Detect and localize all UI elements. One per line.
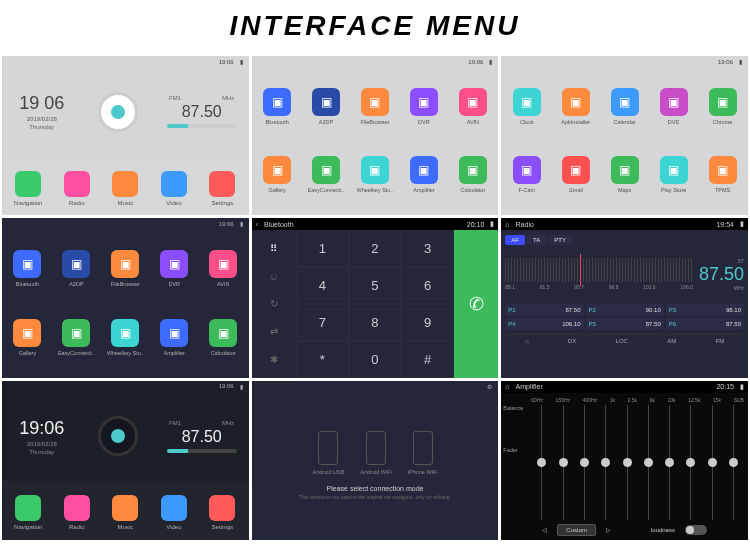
app-item[interactable]: ▣Gmail [552, 142, 599, 209]
eq-slider-knob[interactable] [665, 458, 674, 467]
dialpad-icon[interactable]: ⠿ [265, 239, 283, 257]
loudness-toggle[interactable] [685, 525, 707, 535]
freq-scale[interactable] [505, 258, 693, 282]
app-item[interactable]: ▣Calculator [449, 142, 496, 209]
radio-tab[interactable]: AF [505, 235, 525, 245]
eq-slider-knob[interactable] [559, 458, 568, 467]
app-item[interactable]: ▣Gallery [254, 142, 301, 209]
dial-key[interactable]: * [296, 341, 349, 378]
app-item[interactable]: ▣EasyConnecti.. [53, 304, 100, 371]
dial-key[interactable]: 8 [349, 304, 402, 341]
band-button[interactable]: LOC [616, 338, 628, 344]
eq-slider-knob[interactable] [708, 458, 717, 467]
eq-slider-knob[interactable] [537, 458, 546, 467]
eq-slider[interactable] [733, 405, 734, 520]
dial-key[interactable]: 7 [296, 304, 349, 341]
eq-slider[interactable] [541, 405, 542, 520]
home-icon[interactable]: ⌂ [505, 383, 509, 390]
dock-item[interactable]: Video [151, 171, 197, 206]
dial-key[interactable]: 9 [401, 304, 454, 341]
app-item[interactable]: ▣Wheelkey Stu.. [102, 304, 149, 371]
eq-slider-knob[interactable] [580, 458, 589, 467]
dock-item[interactable]: Navigation [5, 171, 51, 206]
app-item[interactable]: ▣AVIN [449, 73, 496, 140]
band-button[interactable]: DX [568, 338, 576, 344]
eq-slider-knob[interactable] [686, 458, 695, 467]
app-item[interactable]: ▣TPMS [699, 142, 746, 209]
preset-button[interactable]: P687.50 [666, 318, 744, 330]
radio-tab[interactable]: TA [527, 235, 546, 245]
app-item[interactable]: ▣ApkInstaller [552, 73, 599, 140]
dial-key[interactable]: # [401, 341, 454, 378]
eq-slider[interactable] [584, 405, 585, 520]
pair-icon[interactable]: ⇄ [265, 323, 283, 341]
app-item[interactable]: ▣Chrome [699, 73, 746, 140]
home-icon[interactable]: ⌂ [505, 221, 509, 228]
radio-widget[interactable]: FM1MHz 87.50 [159, 95, 245, 128]
app-item[interactable]: ▣F-Cam [503, 142, 550, 209]
radio-disc-icon[interactable] [98, 416, 138, 456]
connection-option[interactable]: iPhone WiFi [408, 431, 438, 475]
preset-button[interactable]: P4106.10 [505, 318, 583, 330]
app-item[interactable]: ▣FileBrowser [102, 235, 149, 302]
home-icon[interactable]: ⌂ [525, 338, 529, 344]
preset-button[interactable]: P398.10 [666, 304, 744, 316]
radio-disc-icon[interactable] [98, 92, 138, 132]
eq-slider[interactable] [563, 405, 564, 520]
app-item[interactable]: ▣Clock [503, 73, 550, 140]
app-item[interactable]: ▣Amplifier [151, 304, 198, 371]
app-item[interactable]: ▣A2DP [303, 73, 350, 140]
dock-item[interactable]: Music [102, 495, 148, 530]
gear-icon[interactable]: ⚙ [487, 383, 492, 390]
connection-option[interactable]: Android WiFi [360, 431, 391, 475]
dial-key[interactable]: 1 [296, 230, 349, 267]
app-item[interactable]: ▣A2DP [53, 235, 100, 302]
prev-preset-icon[interactable]: ◁ [542, 526, 547, 533]
eq-slider-knob[interactable] [729, 458, 738, 467]
app-item[interactable]: ▣Calendar [601, 73, 648, 140]
history-icon[interactable]: ↻ [265, 295, 283, 313]
eq-slider[interactable] [648, 405, 649, 520]
dock-item[interactable]: Navigation [5, 495, 51, 530]
eq-slider[interactable] [605, 405, 606, 520]
app-item[interactable]: ▣DVD [650, 73, 697, 140]
eq-slider-knob[interactable] [601, 458, 610, 467]
app-item[interactable]: ▣Calculator [200, 304, 247, 371]
dial-key[interactable]: 2 [349, 230, 402, 267]
app-item[interactable]: ▣AVIN [200, 235, 247, 302]
app-item[interactable]: ▣Maps [601, 142, 648, 209]
contacts-icon[interactable]: ☺ [265, 267, 283, 285]
dock-item[interactable]: Radio [54, 171, 100, 206]
dial-key[interactable]: 3 [401, 230, 454, 267]
app-item[interactable]: ▣Play Store [650, 142, 697, 209]
dock-item[interactable]: Radio [54, 495, 100, 530]
eq-slider[interactable] [669, 405, 670, 520]
app-item[interactable]: ▣DVR [151, 235, 198, 302]
radio-tab[interactable]: PTY [548, 235, 572, 245]
clock-widget[interactable]: 19 06 2019/02/28 Thursday [6, 93, 78, 130]
call-button[interactable]: ✆ [454, 230, 498, 377]
eq-slider-knob[interactable] [623, 458, 632, 467]
connection-option[interactable]: Android USB [313, 431, 345, 475]
app-item[interactable]: ▣Wheelkey Stu.. [352, 142, 399, 209]
app-item[interactable]: ▣Gallery [4, 304, 51, 371]
eq-slider[interactable] [712, 405, 713, 520]
dock-item[interactable]: Settings [199, 171, 245, 206]
bt-settings-icon[interactable]: ✱ [265, 351, 283, 369]
preset-button[interactable]: P587.50 [586, 318, 664, 330]
app-item[interactable]: ▣Amplifier [400, 142, 447, 209]
preset-button[interactable]: P290.10 [586, 304, 664, 316]
next-preset-icon[interactable]: ▷ [606, 526, 611, 533]
preset-chip[interactable]: Custom [557, 524, 596, 536]
preset-button[interactable]: P187.50 [505, 304, 583, 316]
dial-key[interactable]: 4 [296, 267, 349, 304]
freq-slider[interactable] [167, 449, 237, 453]
dock-item[interactable]: Settings [199, 495, 245, 530]
app-item[interactable]: ▣FileBrowser [352, 73, 399, 140]
dial-key[interactable]: 0 [349, 341, 402, 378]
freq-slider[interactable] [167, 124, 237, 128]
band-button[interactable]: FM [716, 338, 725, 344]
band-button[interactable]: AM [667, 338, 676, 344]
dock-item[interactable]: Video [151, 495, 197, 530]
dock-item[interactable]: Music [102, 171, 148, 206]
